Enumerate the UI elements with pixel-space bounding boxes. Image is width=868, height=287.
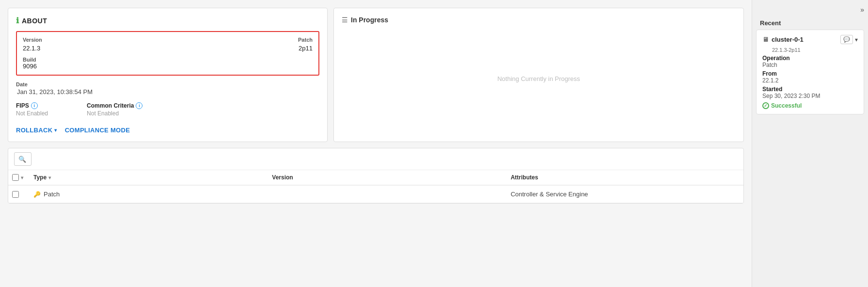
cluster-version: 22.1.3-2p11: [762, 47, 858, 53]
attributes-cell: Controller & Service Engine: [505, 191, 743, 198]
fips-info-icon[interactable]: i: [31, 102, 38, 109]
attributes-column-header: Attributes: [505, 174, 743, 181]
row-checkbox-cell: [8, 191, 28, 198]
select-all-checkbox[interactable]: [12, 174, 19, 181]
version-box: Version Patch 22.1.3 2p11 Build 9096: [16, 31, 319, 76]
sidebar: » Recent 🖥 cluster-0-1 💬 ▾ 22.1.3-2p11 O…: [752, 0, 868, 287]
in-progress-header: ☰ In Progress: [342, 16, 736, 24]
list-icon: ☰: [342, 16, 348, 24]
cluster-name: 🖥 cluster-0-1: [762, 36, 804, 43]
version-cell: [266, 191, 505, 198]
date-section: Date Jan 31, 2023, 10:38:54 PM: [16, 81, 319, 96]
bottom-section: 🔍 ▾ Type ▾ Version Attributes 🔑 Patch: [8, 148, 744, 204]
common-criteria-value: Not Enabled: [87, 109, 142, 117]
search-input-wrap[interactable]: 🔍: [14, 152, 32, 166]
version-label: Version: [23, 37, 296, 43]
recent-item-actions: 💬 ▾: [840, 35, 858, 44]
from-detail: From 22.1.2: [762, 70, 858, 84]
search-icon: 🔍: [18, 156, 26, 163]
type-sort-icon: ▾: [48, 175, 51, 180]
version-value: 22.1.3: [23, 45, 296, 52]
success-badge: ✓ Successful: [762, 102, 858, 109]
build-label: Build: [23, 57, 313, 63]
in-progress-title: In Progress: [351, 16, 388, 24]
row-checkbox[interactable]: [12, 191, 19, 198]
expand-button[interactable]: ▾: [855, 35, 858, 44]
about-card: ℹ ABOUT Version Patch 22.1.3 2p11 Build …: [8, 8, 328, 142]
info-icon: ℹ: [16, 16, 19, 25]
collapse-button[interactable]: »: [860, 6, 864, 14]
patch-value: 2p11: [298, 45, 313, 52]
common-criteria-label: Common Criteria i: [87, 102, 142, 109]
build-row: Build 9096: [23, 54, 313, 70]
fips-item: FIPS i Not Enabled: [16, 102, 48, 117]
version-column-header: Version: [266, 174, 505, 181]
recent-item-header: 🖥 cluster-0-1 💬 ▾: [762, 35, 858, 44]
type-cell: 🔑 Patch: [28, 191, 266, 198]
chat-button[interactable]: 💬: [840, 35, 853, 44]
patch-icon: 🔑: [33, 191, 41, 198]
operation-detail: Operation Patch: [762, 55, 858, 68]
rollback-chevron-icon: ▾: [54, 128, 57, 133]
fips-value: Not Enabled: [16, 109, 48, 117]
monitor-icon: 🖥: [762, 36, 769, 43]
sidebar-collapse: »: [752, 4, 868, 16]
common-criteria-item: Common Criteria i Not Enabled: [87, 102, 142, 117]
started-detail: Started Sep 30, 2023 2:30 PM: [762, 86, 858, 99]
patch-label: Patch: [298, 37, 313, 43]
common-criteria-info-icon[interactable]: i: [136, 102, 142, 109]
sort-arrow-icon: ▾: [21, 175, 23, 180]
about-title: ABOUT: [22, 17, 47, 25]
about-header: ℹ ABOUT: [16, 16, 319, 25]
compliance-row: FIPS i Not Enabled Common Criteria i Not…: [16, 102, 319, 117]
in-progress-panel: ☰ In Progress Nothing Currently in Progr…: [333, 8, 744, 142]
table-header: ▾ Type ▾ Version Attributes: [8, 170, 743, 186]
recent-section-title: Recent: [752, 16, 868, 30]
card-actions: ROLLBACK ▾ COMPLIANCE MODE: [16, 125, 319, 134]
date-label: Date: [16, 81, 319, 87]
rollback-button[interactable]: ROLLBACK ▾: [16, 127, 57, 134]
select-all-cell: ▾: [8, 174, 28, 181]
type-column-header: Type ▾: [28, 174, 266, 181]
search-bar: 🔍: [8, 148, 743, 170]
fips-label: FIPS i: [16, 102, 48, 109]
build-value: 9096: [23, 63, 313, 70]
success-icon: ✓: [762, 102, 769, 109]
in-progress-empty-message: Nothing Currently in Progress: [342, 24, 736, 134]
recent-item: 🖥 cluster-0-1 💬 ▾ 22.1.3-2p11 Operation …: [756, 30, 864, 114]
date-value: Jan 31, 2023, 10:38:54 PM: [16, 88, 319, 96]
compliance-mode-button[interactable]: COMPLIANCE MODE: [65, 127, 130, 134]
table-row: 🔑 Patch Controller & Service Engine: [8, 186, 743, 203]
